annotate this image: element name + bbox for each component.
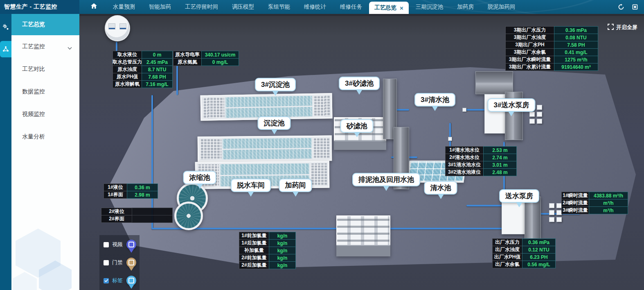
panel-row: 3期出厂水累计流量 91914640 m³ <box>505 63 598 71</box>
sidebar-item-label: 工艺对比 <box>22 66 45 73</box>
sidebar-item-label: 工艺总览 <box>22 21 45 28</box>
refresh-icon[interactable] <box>618 4 624 10</box>
sidebar-item-label: 视频监控 <box>22 111 45 118</box>
panel-clearwater-levels: 1#清水池水位 2.53 m 2#清水池水位 2.74 m 3#1清水池水位 3… <box>445 147 517 176</box>
process-monitor-icon[interactable] <box>0 41 11 57</box>
sidebar-item-label: 数据监控 <box>22 88 45 95</box>
panel-row: 1#后加氯量 kg/n <box>239 239 296 247</box>
pipe <box>466 205 502 206</box>
sidebar-item[interactable]: 数据监控 <box>11 80 79 103</box>
nav-tab-label: 脱泥加药间 <box>488 3 516 11</box>
nav-tab-label: 调压模型 <box>232 3 254 11</box>
panel-row: 3期出厂水PH 7.58 PH <box>505 41 598 49</box>
layer-checkbox[interactable] <box>104 242 109 247</box>
panel-row: 取水液位 0 m <box>113 51 173 59</box>
pump-house-3-roof <box>475 71 513 94</box>
nav-tab-label: 维修任务 <box>340 3 362 11</box>
callout-sludge-pool[interactable]: 排泥池及回用水池 <box>352 173 420 186</box>
panel-row: 原水PH值 7.68 PH <box>113 73 173 81</box>
panel-row: 出厂水浊度 0.12 NTU <box>492 246 556 254</box>
sidebar-item[interactable]: 工艺监控 <box>11 35 79 58</box>
callout-pumphouse-3[interactable]: 3#送水泵房 <box>488 98 536 112</box>
thickener-2 <box>174 202 203 230</box>
layer-pin-icon <box>126 240 136 249</box>
callout-pumphouse[interactable]: 送水泵房 <box>499 189 539 203</box>
panel-row: 原水导电率 340.17 us/cm <box>173 51 239 59</box>
nav-tab[interactable]: 工艺总览 × <box>369 2 409 14</box>
sidebar-item[interactable]: 工艺总览 <box>11 14 79 35</box>
callout-dewatering[interactable]: 脱水车间 <box>231 179 271 192</box>
panel-row: 1#清水池水位 2.53 m <box>445 146 517 154</box>
plant-3d-viewport[interactable]: 3#沉淀池 3#砂滤池 3#清水池 3#送水泵房 沉淀池 砂滤池 浓缩池 脱水车… <box>79 14 644 290</box>
left-icon-rail <box>0 14 11 290</box>
panel-row: 1#液位 0.36 m <box>104 184 158 191</box>
nav-tab[interactable]: 水量预测 × <box>106 0 142 14</box>
callout-dosing[interactable]: 加药间 <box>279 179 312 192</box>
nav-tab[interactable]: 脱泥加药间 × <box>481 0 522 14</box>
callout-clearpool-3[interactable]: 3#清水池 <box>414 93 455 106</box>
panel-row: 原水氨氮 0 mg/L <box>173 58 239 66</box>
panel-row: 3#瞬时流量 m³/h <box>561 206 628 214</box>
panel-row: 3期出厂水浊度 0.08 NTU <box>505 34 598 41</box>
nav-tab-label: 工艺总览 <box>374 4 396 11</box>
layer-checkbox[interactable] <box>104 278 109 283</box>
panel-row: 2#瞬时流量 m³/h <box>561 199 628 207</box>
fullscreen-control[interactable]: 开启全屏 <box>608 24 637 31</box>
sand-filter <box>336 215 390 256</box>
callout-thickener[interactable]: 浓缩池 <box>183 171 216 184</box>
panel-row: 3#2清水池液位 2.48 m <box>445 168 517 176</box>
home-icon <box>91 3 97 11</box>
sidebar-item[interactable]: 水量分析 <box>11 125 79 148</box>
panel-instant-flow: 1#瞬时流量 4383.88 m³/h 2#瞬时流量 m³/h 3#瞬时流量 m… <box>561 192 628 214</box>
callout-sedimentation-3[interactable]: 3#沉淀池 <box>255 78 296 91</box>
panel-chlorine: 1#前加氯量 kg/n 1#后加氯量 kg/n 补加氯量 kg/n 2#前加氯量… <box>239 232 296 269</box>
panel-row: 2#液位 <box>101 208 173 215</box>
pipe-valve <box>462 108 466 112</box>
callout-sandfilter[interactable]: 砂滤池 <box>340 119 374 133</box>
fullscreen-icon <box>608 24 614 31</box>
production-icon[interactable] <box>0 21 11 33</box>
panel-row: 3期出厂水瞬时流量 1275 m³/h <box>505 56 598 63</box>
nav-tab[interactable]: 维修任务 × <box>333 0 369 14</box>
navbar-actions <box>618 0 638 14</box>
panel-row: 2#清水池水位 2.74 m <box>445 154 517 161</box>
panel-row: 2#界面 <box>101 215 173 223</box>
callout-clearpool[interactable]: 清水池 <box>424 181 457 195</box>
callout-sedimentation[interactable]: 沉淀池 <box>258 116 291 130</box>
sidebar-item[interactable]: 视频监控 <box>11 103 79 125</box>
sidebar-item-label: 工艺监控 <box>22 43 45 50</box>
tab-close-icon[interactable]: × <box>400 5 403 11</box>
panel-row: 2#后加氯量 kg/n <box>239 261 296 269</box>
nav-tab-label: 加药房 <box>457 3 474 11</box>
layer-toggle-panel: 视频 门禁 标签 <box>99 235 140 290</box>
nav-tab[interactable]: 泵组节能 × <box>261 0 297 14</box>
panel-row: 3期出厂水余氯 0.41 mg/L <box>505 48 598 56</box>
nav-tab-label: 水量预测 <box>113 3 135 11</box>
panel-phase3-outlet: 3期出厂水压力 0.36 mPa 3期出厂水浊度 0.08 NTU 3期出厂水P… <box>505 27 598 71</box>
sidebar-item[interactable]: 工艺对比 <box>11 58 79 80</box>
nav-tab[interactable]: 工艺停留时间 × <box>178 0 225 14</box>
tab-home[interactable] <box>82 0 106 14</box>
nav-tab[interactable]: 三期沉淀池 × <box>409 0 450 14</box>
intake-structure <box>105 15 130 41</box>
nav-tab[interactable]: 智能加药 × <box>142 0 178 14</box>
panel-thickener-2: 2#液位 2#界面 <box>101 208 173 223</box>
nav-tab[interactable]: 维修统计 × <box>297 0 333 14</box>
pipe <box>464 109 485 111</box>
layer-label: 视频 <box>112 241 123 248</box>
nav-tab-label: 三期沉淀池 <box>416 3 444 11</box>
panel-row: 补加氯量 kg/n <box>239 247 296 254</box>
panel-thickener-1: 1#液位 0.36 m 1#界面 2.98 m <box>104 184 158 199</box>
panel-row: 3期出厂水压力 0.36 mPa <box>505 26 598 34</box>
pipe <box>151 228 503 229</box>
nav-tab[interactable]: 加药房 × <box>450 0 481 14</box>
nav-tab-label: 维修统计 <box>304 3 326 11</box>
nav-tab[interactable]: 调压模型 × <box>225 0 261 14</box>
layout-frame-icon[interactable] <box>632 4 638 10</box>
callout-sandfilter-3[interactable]: 3#砂滤池 <box>339 77 380 90</box>
panel-row: 1#前加氯量 kg/n <box>239 232 296 240</box>
layer-row: 标签 <box>104 274 136 288</box>
layer-label: 门禁 <box>112 259 123 266</box>
layer-checkbox[interactable] <box>104 260 109 265</box>
layer-row: 视频 <box>104 238 136 251</box>
